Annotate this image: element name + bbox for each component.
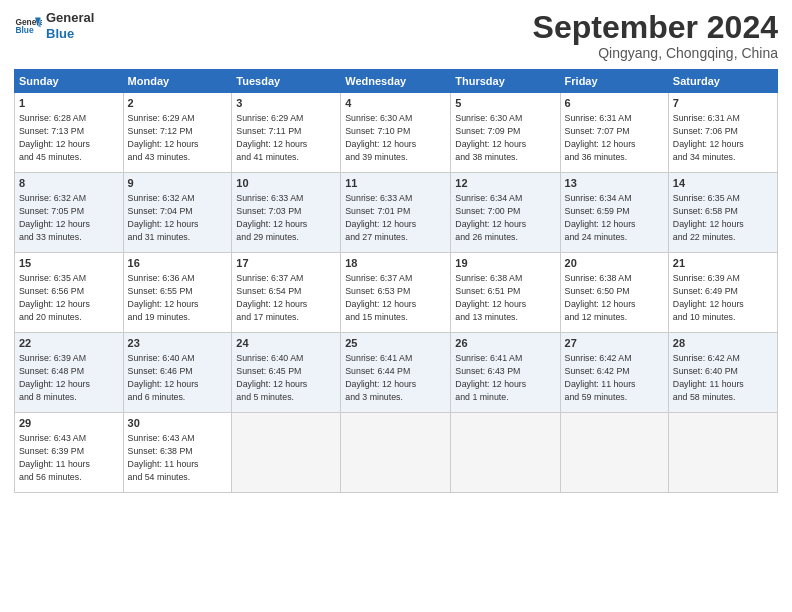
table-row <box>341 413 451 493</box>
table-row: 6Sunrise: 6:31 AMSunset: 7:07 PMDaylight… <box>560 93 668 173</box>
day-number: 13 <box>565 176 664 191</box>
day-info: Sunrise: 6:34 AMSunset: 6:59 PMDaylight:… <box>565 193 636 242</box>
day-info: Sunrise: 6:40 AMSunset: 6:45 PMDaylight:… <box>236 353 307 402</box>
day-number: 18 <box>345 256 446 271</box>
table-row: 28Sunrise: 6:42 AMSunset: 6:40 PMDayligh… <box>668 333 777 413</box>
day-number: 8 <box>19 176 119 191</box>
day-number: 16 <box>128 256 228 271</box>
day-info: Sunrise: 6:30 AMSunset: 7:10 PMDaylight:… <box>345 113 416 162</box>
day-number: 11 <box>345 176 446 191</box>
day-info: Sunrise: 6:37 AMSunset: 6:53 PMDaylight:… <box>345 273 416 322</box>
day-number: 30 <box>128 416 228 431</box>
table-row: 2Sunrise: 6:29 AMSunset: 7:12 PMDaylight… <box>123 93 232 173</box>
day-number: 21 <box>673 256 773 271</box>
day-info: Sunrise: 6:38 AMSunset: 6:50 PMDaylight:… <box>565 273 636 322</box>
day-info: Sunrise: 6:36 AMSunset: 6:55 PMDaylight:… <box>128 273 199 322</box>
day-number: 26 <box>455 336 555 351</box>
day-number: 17 <box>236 256 336 271</box>
day-number: 19 <box>455 256 555 271</box>
day-info: Sunrise: 6:41 AMSunset: 6:43 PMDaylight:… <box>455 353 526 402</box>
day-number: 12 <box>455 176 555 191</box>
logo-icon: General Blue <box>14 12 42 40</box>
table-row: 20Sunrise: 6:38 AMSunset: 6:50 PMDayligh… <box>560 253 668 333</box>
day-number: 10 <box>236 176 336 191</box>
day-info: Sunrise: 6:31 AMSunset: 7:07 PMDaylight:… <box>565 113 636 162</box>
table-row: 16Sunrise: 6:36 AMSunset: 6:55 PMDayligh… <box>123 253 232 333</box>
day-number: 27 <box>565 336 664 351</box>
table-row: 4Sunrise: 6:30 AMSunset: 7:10 PMDaylight… <box>341 93 451 173</box>
table-row: 12Sunrise: 6:34 AMSunset: 7:00 PMDayligh… <box>451 173 560 253</box>
table-row: 10Sunrise: 6:33 AMSunset: 7:03 PMDayligh… <box>232 173 341 253</box>
day-number: 1 <box>19 96 119 111</box>
day-number: 2 <box>128 96 228 111</box>
logo: General Blue General Blue <box>14 10 94 41</box>
day-info: Sunrise: 6:43 AMSunset: 6:39 PMDaylight:… <box>19 433 90 482</box>
day-info: Sunrise: 6:40 AMSunset: 6:46 PMDaylight:… <box>128 353 199 402</box>
col-monday: Monday <box>123 70 232 93</box>
day-info: Sunrise: 6:38 AMSunset: 6:51 PMDaylight:… <box>455 273 526 322</box>
table-row: 7Sunrise: 6:31 AMSunset: 7:06 PMDaylight… <box>668 93 777 173</box>
table-row <box>232 413 341 493</box>
day-number: 7 <box>673 96 773 111</box>
table-row: 13Sunrise: 6:34 AMSunset: 6:59 PMDayligh… <box>560 173 668 253</box>
day-number: 23 <box>128 336 228 351</box>
day-info: Sunrise: 6:29 AMSunset: 7:11 PMDaylight:… <box>236 113 307 162</box>
table-row: 9Sunrise: 6:32 AMSunset: 7:04 PMDaylight… <box>123 173 232 253</box>
table-row: 15Sunrise: 6:35 AMSunset: 6:56 PMDayligh… <box>15 253 124 333</box>
table-row: 1Sunrise: 6:28 AMSunset: 7:13 PMDaylight… <box>15 93 124 173</box>
table-row: 17Sunrise: 6:37 AMSunset: 6:54 PMDayligh… <box>232 253 341 333</box>
svg-text:Blue: Blue <box>15 25 33 35</box>
day-info: Sunrise: 6:41 AMSunset: 6:44 PMDaylight:… <box>345 353 416 402</box>
day-info: Sunrise: 6:39 AMSunset: 6:48 PMDaylight:… <box>19 353 90 402</box>
location: Qingyang, Chongqing, China <box>533 45 778 61</box>
day-number: 4 <box>345 96 446 111</box>
table-row: 11Sunrise: 6:33 AMSunset: 7:01 PMDayligh… <box>341 173 451 253</box>
day-number: 6 <box>565 96 664 111</box>
table-row: 27Sunrise: 6:42 AMSunset: 6:42 PMDayligh… <box>560 333 668 413</box>
day-info: Sunrise: 6:28 AMSunset: 7:13 PMDaylight:… <box>19 113 90 162</box>
col-saturday: Saturday <box>668 70 777 93</box>
col-friday: Friday <box>560 70 668 93</box>
table-row <box>451 413 560 493</box>
day-info: Sunrise: 6:43 AMSunset: 6:38 PMDaylight:… <box>128 433 199 482</box>
title-block: September 2024 Qingyang, Chongqing, Chin… <box>533 10 778 61</box>
day-info: Sunrise: 6:35 AMSunset: 6:58 PMDaylight:… <box>673 193 744 242</box>
col-tuesday: Tuesday <box>232 70 341 93</box>
col-sunday: Sunday <box>15 70 124 93</box>
table-row: 19Sunrise: 6:38 AMSunset: 6:51 PMDayligh… <box>451 253 560 333</box>
table-row: 5Sunrise: 6:30 AMSunset: 7:09 PMDaylight… <box>451 93 560 173</box>
day-number: 29 <box>19 416 119 431</box>
table-row: 14Sunrise: 6:35 AMSunset: 6:58 PMDayligh… <box>668 173 777 253</box>
day-info: Sunrise: 6:39 AMSunset: 6:49 PMDaylight:… <box>673 273 744 322</box>
table-row: 23Sunrise: 6:40 AMSunset: 6:46 PMDayligh… <box>123 333 232 413</box>
page-header: General Blue General Blue September 2024… <box>14 10 778 61</box>
table-row: 22Sunrise: 6:39 AMSunset: 6:48 PMDayligh… <box>15 333 124 413</box>
col-wednesday: Wednesday <box>341 70 451 93</box>
month-title: September 2024 <box>533 10 778 45</box>
table-row <box>668 413 777 493</box>
day-number: 15 <box>19 256 119 271</box>
table-row: 30Sunrise: 6:43 AMSunset: 6:38 PMDayligh… <box>123 413 232 493</box>
day-info: Sunrise: 6:33 AMSunset: 7:01 PMDaylight:… <box>345 193 416 242</box>
day-info: Sunrise: 6:30 AMSunset: 7:09 PMDaylight:… <box>455 113 526 162</box>
col-thursday: Thursday <box>451 70 560 93</box>
day-number: 14 <box>673 176 773 191</box>
logo-text-blue: Blue <box>46 26 94 42</box>
table-row: 8Sunrise: 6:32 AMSunset: 7:05 PMDaylight… <box>15 173 124 253</box>
day-info: Sunrise: 6:33 AMSunset: 7:03 PMDaylight:… <box>236 193 307 242</box>
table-row: 18Sunrise: 6:37 AMSunset: 6:53 PMDayligh… <box>341 253 451 333</box>
table-row <box>560 413 668 493</box>
day-info: Sunrise: 6:32 AMSunset: 7:05 PMDaylight:… <box>19 193 90 242</box>
table-row: 25Sunrise: 6:41 AMSunset: 6:44 PMDayligh… <box>341 333 451 413</box>
day-number: 25 <box>345 336 446 351</box>
table-row: 21Sunrise: 6:39 AMSunset: 6:49 PMDayligh… <box>668 253 777 333</box>
day-number: 3 <box>236 96 336 111</box>
day-info: Sunrise: 6:32 AMSunset: 7:04 PMDaylight:… <box>128 193 199 242</box>
day-number: 9 <box>128 176 228 191</box>
day-number: 22 <box>19 336 119 351</box>
table-row: 24Sunrise: 6:40 AMSunset: 6:45 PMDayligh… <box>232 333 341 413</box>
day-info: Sunrise: 6:42 AMSunset: 6:40 PMDaylight:… <box>673 353 744 402</box>
table-row: 26Sunrise: 6:41 AMSunset: 6:43 PMDayligh… <box>451 333 560 413</box>
day-number: 20 <box>565 256 664 271</box>
day-info: Sunrise: 6:35 AMSunset: 6:56 PMDaylight:… <box>19 273 90 322</box>
